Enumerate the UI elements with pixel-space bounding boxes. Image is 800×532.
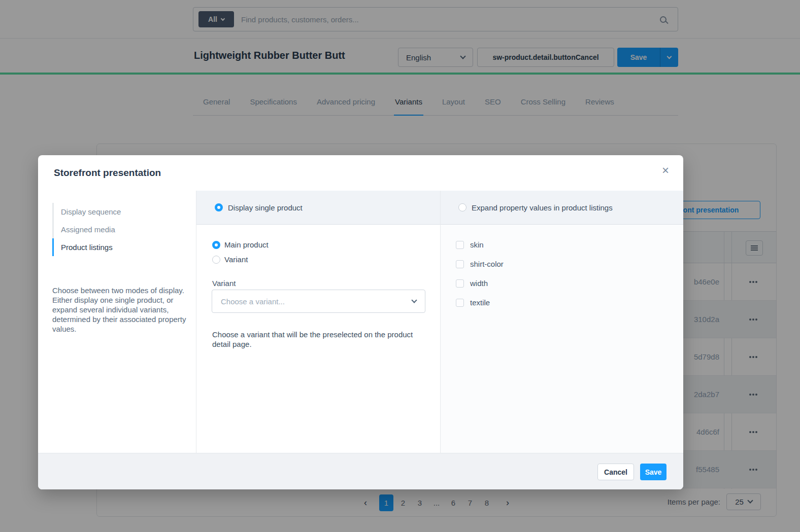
cancel-button[interactable]: Cancel (597, 464, 634, 480)
property-option-textile: textile (456, 298, 490, 307)
checkbox-shirt-color[interactable] (456, 260, 464, 268)
mode-description: Choose between two modes of display. Eit… (52, 286, 189, 334)
variant-field-label: Variant (212, 279, 236, 288)
modal-body: Display sequence Assigned media Product … (38, 191, 683, 453)
save-button[interactable]: Save (640, 464, 666, 480)
modal-sidebar: Display sequence Assigned media Product … (38, 191, 196, 453)
checkbox-skin[interactable] (456, 241, 464, 249)
option-variant: Variant (212, 255, 248, 264)
radio-variant-label: Variant (224, 255, 248, 264)
nav-item-assigned-media[interactable]: Assigned media (52, 221, 179, 238)
single-product-panel: Display single product Main product Vari… (196, 191, 441, 453)
property-option-skin: skin (456, 240, 484, 249)
option-main-product: Main product (212, 240, 269, 249)
expand-properties-panel: Expand property values in product listin… (441, 191, 683, 453)
property-option-shirt-color: shirt-color (456, 260, 504, 268)
radio-variant[interactable] (212, 256, 220, 264)
radio-main-product-label: Main product (224, 240, 269, 249)
chevron-down-icon (411, 297, 417, 303)
close-icon[interactable]: × (662, 164, 669, 176)
modal-nav: Display sequence Assigned media Product … (52, 203, 179, 256)
checkbox-width[interactable] (456, 279, 464, 288)
modal-header: Storefront presentation × (38, 155, 683, 191)
checkbox-width-label: width (470, 279, 488, 288)
expand-properties-panel-header: Expand property values in product listin… (441, 191, 683, 225)
modal-footer: Cancel Save (38, 453, 683, 489)
variant-helper-text: Choose a variant that will be the presel… (212, 330, 415, 349)
checkbox-textile-label: textile (470, 298, 490, 307)
radio-display-single-product[interactable] (215, 203, 223, 211)
single-product-panel-header: Display single product (196, 191, 440, 225)
radio-main-product[interactable] (212, 241, 220, 249)
radio-expand-property-values[interactable] (458, 203, 466, 211)
variant-select-placeholder: Choose a variant... (221, 297, 285, 306)
storefront-presentation-modal: Storefront presentation × Display sequen… (38, 155, 683, 489)
nav-item-product-listings[interactable]: Product listings (52, 238, 179, 256)
variant-select[interactable]: Choose a variant... (212, 290, 425, 313)
modal-title: Storefront presentation (54, 167, 161, 179)
checkbox-textile[interactable] (456, 299, 464, 307)
nav-item-display-sequence[interactable]: Display sequence (52, 203, 179, 221)
checkbox-skin-label: skin (470, 240, 484, 249)
property-option-width: width (456, 279, 488, 288)
radio-display-single-product-label: Display single product (228, 203, 303, 212)
checkbox-shirt-color-label: shirt-color (470, 260, 504, 268)
admin-screen: All Lightweight Rubber Butter Butt Engli… (0, 0, 800, 532)
radio-expand-property-values-label: Expand property values in product listin… (472, 203, 613, 212)
